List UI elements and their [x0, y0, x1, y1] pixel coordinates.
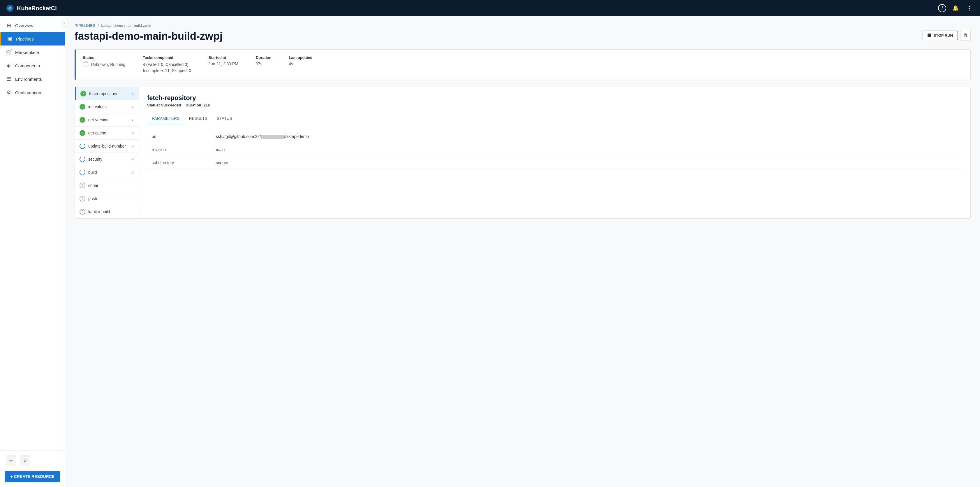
task-chevron-security: ∨	[131, 157, 134, 161]
create-resource-button[interactable]: + CREATE RESOURCE	[5, 471, 60, 482]
task-status-icon-build	[80, 169, 85, 175]
task-status-icon-fetch-repository: ✓	[80, 91, 86, 97]
logo-icon	[6, 4, 14, 12]
more-options-button[interactable]: ⋮	[965, 3, 974, 13]
status-text: Unknown, Running	[91, 62, 125, 67]
task-status-icon-update-build-number	[80, 143, 85, 149]
param-value-revision: main	[211, 143, 962, 156]
page-title: fastapi-demo-main-build-zwpj	[75, 30, 223, 42]
task-status-icon-get-version: ✓	[80, 117, 85, 123]
param-row-revision: revision main	[147, 143, 962, 156]
components-icon: ◈	[6, 62, 12, 69]
sidebar-item-configuration[interactable]: ⚙ Configuration	[0, 86, 65, 99]
param-value-subdirectory: source	[211, 156, 962, 169]
sidebar-item-configuration-label: Configuration	[15, 90, 41, 95]
status-item-last-updated: Last updated 4s	[289, 56, 312, 74]
task-chevron-get-cache: ∨	[131, 131, 134, 135]
content-inner: PIPELINES / fastapi-demo-main-build-zwpj…	[65, 16, 980, 226]
task-status-meta-label: Status:	[147, 103, 160, 107]
edit-button[interactable]: ✏	[6, 455, 16, 466]
sidebar-item-marketplace-label: Marketplace	[15, 50, 39, 55]
tab-results[interactable]: RESULTS	[184, 113, 212, 124]
task-status-meta: Status: Succeeded	[147, 103, 181, 107]
task-item-push[interactable]: ? push	[75, 192, 138, 205]
task-name-build: build	[88, 170, 97, 175]
status-card: Status Unknown, Running Tasks completed …	[75, 49, 970, 80]
header-right: i 🔔 ⋮	[938, 3, 974, 13]
task-item-build[interactable]: build ∨	[75, 166, 138, 179]
task-duration-meta-label: Duration:	[186, 103, 202, 107]
task-name-update-build-number: update-build-number	[88, 144, 126, 148]
task-item-sonar[interactable]: ? sonar	[75, 179, 138, 192]
split-pane: ✓ fetch-repository ∧ ✓ init-values ∨	[75, 87, 970, 219]
breadcrumb-separator: /	[98, 23, 99, 28]
task-item-kaniko-build[interactable]: ? kaniko-build	[75, 205, 138, 219]
sidebar-item-pipelines-label: Pipelines	[16, 37, 34, 42]
sidebar-item-overview-label: Overview	[15, 23, 33, 28]
sidebar-item-pipelines[interactable]: ▣ Pipelines	[0, 32, 65, 45]
page-header: fastapi-demo-main-build-zwpj STOP RUN 🗑	[75, 30, 970, 42]
task-chevron-fetch-repository: ∧	[131, 91, 134, 96]
param-key-url: url	[147, 130, 211, 143]
info-icon[interactable]: i	[938, 4, 946, 12]
task-name-get-version: get-version	[88, 118, 108, 122]
sidebar-item-environments-label: Environments	[15, 77, 42, 81]
task-status-icon-push: ?	[80, 196, 85, 201]
param-key-revision: revision	[147, 143, 211, 156]
duration-value: 37s	[256, 62, 271, 66]
task-chevron-build: ∨	[131, 170, 134, 174]
task-item-get-version[interactable]: ✓ get-version ∨	[75, 113, 138, 126]
stop-run-button[interactable]: STOP RUN	[923, 30, 958, 40]
last-updated-label: Last updated	[289, 56, 312, 60]
task-item-get-cache[interactable]: ✓ get-cache ∨	[75, 126, 138, 140]
task-item-security[interactable]: security ∨	[75, 153, 138, 166]
status-item-tasks: Tasks completed 4 (Failed: 0, Cancelled …	[143, 56, 191, 74]
sidebar-item-overview[interactable]: ⊞ Overview	[0, 19, 65, 32]
redacted-url-part	[261, 135, 284, 139]
sidebar-bottom: ✏ ⚙	[0, 450, 65, 471]
status-item-status: Status Unknown, Running	[83, 56, 125, 74]
notifications-button[interactable]: 🔔	[951, 3, 960, 13]
task-status-icon-get-cache: ✓	[80, 130, 85, 136]
last-updated-value: 4s	[289, 62, 312, 66]
task-status-icon-sonar: ?	[80, 182, 85, 188]
param-row-subdirectory: subdirectory source	[147, 156, 962, 169]
tab-status[interactable]: STATUS	[212, 113, 237, 124]
settings-button[interactable]: ⚙	[20, 455, 30, 466]
task-item-init-values[interactable]: ✓ init-values ∨	[75, 100, 138, 113]
sidebar-nav: ⊞ Overview ▣ Pipelines 🛒 Marketplace ◈ C…	[0, 16, 65, 450]
environments-icon: ☰	[6, 76, 12, 82]
task-name-get-cache: get-cache	[88, 131, 106, 135]
task-name-sonar: sonar	[88, 183, 99, 188]
task-status-icon-security	[80, 156, 85, 162]
task-item-update-build-number[interactable]: update-build-number ∨	[75, 140, 138, 153]
task-item-fetch-repository[interactable]: ✓ fetch-repository ∧	[75, 87, 138, 100]
task-name-push: push	[88, 196, 97, 201]
main-layout: ‹ ⊞ Overview ▣ Pipelines 🛒 Marketplace ◈…	[0, 16, 980, 487]
stop-icon	[928, 34, 931, 37]
page-actions: STOP RUN 🗑	[923, 30, 970, 40]
task-duration-meta: Duration: 21s	[186, 103, 210, 107]
pipelines-icon: ▣	[7, 35, 13, 42]
sidebar-collapse-button[interactable]: ‹	[62, 20, 68, 27]
overview-icon: ⊞	[6, 22, 12, 29]
breadcrumb: PIPELINES / fastapi-demo-main-build-zwpj	[75, 23, 970, 28]
delete-button[interactable]: 🗑	[960, 30, 970, 40]
tabs: PARAMETERS RESULTS STATUS	[147, 113, 962, 124]
tasks-label: Tasks completed	[143, 56, 191, 60]
status-value: Unknown, Running	[83, 62, 125, 67]
tab-parameters[interactable]: PARAMETERS	[147, 113, 184, 124]
task-chevron-get-version: ∨	[131, 118, 134, 122]
task-status-icon-kaniko-build: ?	[80, 209, 85, 215]
task-name-init-values: init-values	[88, 104, 107, 109]
configuration-icon: ⚙	[6, 89, 12, 96]
sidebar-item-environments[interactable]: ☰ Environments	[0, 72, 65, 86]
task-duration-meta-value: 21s	[204, 103, 210, 107]
sidebar-item-components-label: Components	[15, 63, 40, 68]
sidebar-item-components[interactable]: ◈ Components	[0, 59, 65, 72]
sidebar-item-marketplace[interactable]: 🛒 Marketplace	[0, 45, 65, 59]
sidebar: ‹ ⊞ Overview ▣ Pipelines 🛒 Marketplace ◈…	[0, 16, 65, 487]
duration-label: Duration	[256, 56, 271, 60]
breadcrumb-pipelines-link[interactable]: PIPELINES	[75, 23, 95, 28]
task-name-kaniko-build: kaniko-build	[88, 209, 110, 214]
